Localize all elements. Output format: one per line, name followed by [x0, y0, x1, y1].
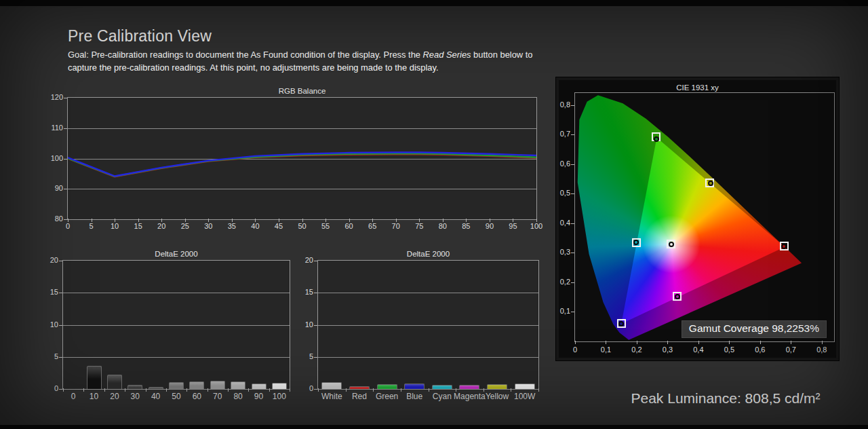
- bar-40: [149, 387, 163, 389]
- screen-bottom-bezel: [0, 425, 868, 429]
- y-tick-label: 100: [40, 154, 63, 162]
- bar-sheen: [405, 384, 424, 389]
- y-tick-mark: [59, 357, 62, 358]
- bar-sheen: [170, 383, 183, 389]
- cie-y-tick-mark: [571, 134, 574, 135]
- rgb-balance-chart: 8090100110120051015202530354045505560657…: [67, 97, 537, 220]
- x-tick-label: 10: [104, 222, 125, 230]
- peak-luminance-readout: Peak Luminance: 808,5 cd/m²: [583, 390, 868, 407]
- cie-x-tick-label: 0,4: [688, 346, 709, 354]
- gamut-coverage-badge: Gamut Coverage 98,2253%: [682, 320, 827, 338]
- deltae-colors-chart: 05101520WhiteRedGreenBlueCyanMagentaYell…: [317, 260, 539, 390]
- cie-x-tick-label: 0,7: [781, 346, 801, 354]
- rgb-balance-chart-title: RGB Balance: [68, 87, 536, 95]
- bar-80: [231, 381, 245, 389]
- y-tick-mark: [314, 357, 317, 358]
- x-category-label: 100W: [505, 392, 545, 401]
- cie-x-tick-label: 0,8: [812, 346, 832, 354]
- cie-y-tick-label: 0,8: [547, 100, 570, 109]
- bar-sheen: [231, 382, 245, 389]
- cie-measured-magenta: [675, 294, 680, 299]
- x-tick-label: 100: [526, 222, 547, 230]
- x-category-label: 100: [259, 392, 300, 401]
- bar-sheen: [350, 387, 369, 389]
- bar-100: [272, 383, 287, 389]
- bar-sheen: [488, 385, 507, 389]
- y-tick-label: 15: [35, 288, 58, 296]
- cie-y-tick-mark: [571, 105, 574, 106]
- grid-line: [318, 325, 538, 326]
- x-tick-label: 65: [362, 222, 382, 230]
- bar-blue: [404, 384, 425, 389]
- y-tick-label: 10: [290, 320, 313, 329]
- y-tick-label: 120: [40, 93, 63, 101]
- cie-y-tick-mark: [571, 282, 574, 283]
- cie-x-tick-mark: [791, 341, 791, 344]
- cie-chromaticity-plot: Gamut Coverage 98,2253% 00,10,20,30,40,5…: [574, 92, 835, 342]
- y-tick-mark: [314, 325, 317, 326]
- x-tick-label: 75: [409, 222, 429, 230]
- y-tick-mark: [59, 325, 62, 326]
- grid-line: [63, 293, 290, 293]
- cie-x-tick-mark: [760, 341, 761, 344]
- cie-x-tick-mark: [729, 341, 730, 344]
- y-tick-mark: [314, 261, 317, 261]
- cie-x-tick-mark: [667, 341, 668, 344]
- rgb-balance-lines: [68, 98, 536, 219]
- y-tick-label: 110: [40, 124, 63, 132]
- y-tick-label: 10: [35, 320, 58, 329]
- y-tick-mark: [314, 389, 317, 390]
- bar-sheen: [515, 384, 534, 389]
- cie-1931-panel: CIE 1931 xy Gamut Coverage 98,2253% 00,1…: [556, 77, 839, 360]
- cie-y-tick-mark: [571, 223, 574, 224]
- bar-sheen: [273, 384, 286, 389]
- cie-measured-white: [669, 242, 674, 247]
- bar-10: [87, 366, 102, 389]
- cie-y-tick-label: 0,5: [547, 189, 570, 197]
- y-tick-label: 20: [290, 256, 313, 264]
- bar-sheen: [460, 386, 479, 389]
- cie-x-tick-mark: [575, 341, 576, 344]
- bar-30: [127, 385, 142, 389]
- bar-sheen: [108, 375, 121, 389]
- x-tick-label: 40: [245, 222, 265, 230]
- bar-70: [210, 381, 225, 389]
- cie-x-tick-mark: [606, 341, 606, 344]
- goal-line1-pre: Goal: Pre-calibration readings to docume…: [68, 50, 423, 60]
- deltae-grayscale-chart: 051015200102030405060708090100: [62, 260, 290, 390]
- cie-x-tick-label: 0: [565, 346, 585, 354]
- bar-sheen: [433, 386, 452, 389]
- x-tick-label: 0: [58, 222, 78, 230]
- y-tick-mark: [59, 293, 62, 293]
- y-tick-mark: [64, 159, 67, 160]
- bar-cyan: [432, 385, 452, 389]
- cie-x-tick-label: 0,5: [719, 346, 739, 354]
- cie-y-tick-mark: [571, 193, 574, 194]
- x-tick-label: 85: [456, 222, 476, 230]
- red-channel-line: [68, 154, 536, 176]
- y-tick-label: 15: [290, 288, 313, 296]
- x-tick-label: 55: [315, 222, 336, 230]
- x-tick-label: 70: [386, 222, 406, 230]
- cie-y-tick-label: 0,1: [547, 307, 570, 315]
- y-tick-label: 0: [290, 384, 313, 392]
- bar-green: [377, 384, 397, 389]
- x-tick-label: 45: [269, 222, 289, 230]
- bar-white: [321, 382, 342, 389]
- bar-sheen: [378, 385, 397, 389]
- bar-sheen: [322, 383, 341, 389]
- cie-y-tick-label: 0,7: [547, 130, 570, 138]
- screen-top-bezel: [0, 0, 868, 6]
- cie-x-tick-label: 0,1: [595, 346, 616, 354]
- cie-y-tick-label: 0,4: [547, 219, 570, 227]
- bar-60: [189, 381, 204, 389]
- page-title: Pre Calibration View: [68, 27, 212, 45]
- x-tick-label: 15: [128, 222, 149, 230]
- y-tick-mark: [59, 261, 62, 261]
- x-tick-label: 95: [502, 222, 523, 230]
- y-tick-label: 90: [40, 184, 63, 192]
- deltae-grayscale-chart-title: DeltaE 2000: [63, 250, 290, 258]
- y-tick-mark: [59, 389, 62, 390]
- bar-sheen: [128, 386, 142, 389]
- y-tick-mark: [64, 98, 67, 98]
